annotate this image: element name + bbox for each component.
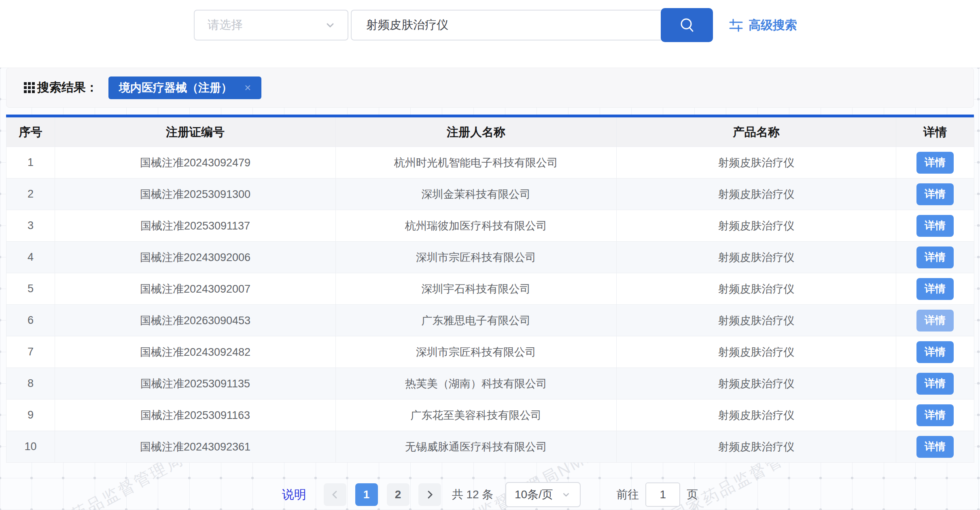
- registrant-name-cell: 深圳宇石科技有限公司: [336, 273, 617, 305]
- chevron-left-icon: [329, 489, 341, 501]
- column-header-registrant: 注册人名称: [336, 118, 617, 147]
- detail-button[interactable]: 详情: [916, 310, 954, 332]
- total-count: 共 12 条: [452, 487, 494, 502]
- advanced-search-label: 高级搜索: [749, 17, 797, 34]
- detail-button[interactable]: 详情: [916, 373, 954, 395]
- search-button[interactable]: [661, 8, 713, 42]
- page-button-2[interactable]: 2: [387, 483, 409, 506]
- page-size-select[interactable]: 10条/页: [505, 482, 581, 507]
- search-input[interactable]: [351, 10, 661, 40]
- detail-button[interactable]: 详情: [916, 246, 954, 268]
- detail-button[interactable]: 详情: [916, 152, 954, 174]
- table-row: 9国械注准20253091163广东花至美容科技有限公司射频皮肤治疗仪详情: [6, 400, 974, 431]
- detail-cell: 详情: [896, 273, 974, 305]
- product-name-cell: 射频皮肤治疗仪: [617, 305, 896, 336]
- row-index-cell: 2: [6, 178, 55, 210]
- results-bar: 搜索结果： 境内医疗器械（注册） ×: [6, 68, 974, 108]
- prev-page-button[interactable]: [324, 483, 346, 506]
- registration-number-cell: 国械注准20253091300: [55, 178, 336, 210]
- page-size-value: 10条/页: [515, 487, 553, 502]
- registrant-name-cell: 深圳市宗匠科技有限公司: [336, 242, 617, 273]
- select-placeholder: 请选择: [208, 17, 323, 33]
- row-index-cell: 9: [6, 400, 55, 431]
- advanced-search-link[interactable]: 高级搜索: [728, 8, 797, 42]
- detail-button[interactable]: 详情: [916, 436, 954, 458]
- detail-button[interactable]: 详情: [916, 341, 954, 363]
- table-row: 5国械注准20243092007深圳宇石科技有限公司射频皮肤治疗仪详情: [6, 273, 974, 305]
- registration-number-cell: 国械注准20253091135: [55, 368, 336, 400]
- table-row: 7国械注准20243092482深圳市宗匠科技有限公司射频皮肤治疗仪详情: [6, 336, 974, 368]
- detail-cell: 详情: [896, 336, 974, 368]
- detail-cell: 详情: [896, 178, 974, 210]
- page-button-1[interactable]: 1: [355, 483, 378, 506]
- chevron-down-icon: [323, 18, 337, 32]
- product-name-cell: 射频皮肤治疗仪: [617, 431, 896, 463]
- grid-icon: [24, 82, 35, 93]
- detail-button[interactable]: 详情: [916, 183, 954, 205]
- category-select[interactable]: 请选择: [194, 10, 348, 40]
- results-label: 搜索结果：: [37, 79, 98, 96]
- registration-number-cell: 国械注准20253091163: [55, 400, 336, 431]
- filter-tag[interactable]: 境内医疗器械（注册） ×: [108, 76, 261, 99]
- registrant-name-cell: 杭州瑞彼加医疗科技有限公司: [336, 210, 617, 242]
- goto-page-group: 前往 页: [616, 482, 698, 507]
- column-header-regno: 注册证编号: [55, 118, 336, 147]
- row-index-cell: 1: [6, 147, 55, 178]
- table-row: 1国械注准20243092479杭州时光机智能电子科技有限公司射频皮肤治疗仪详情: [6, 147, 974, 178]
- table-row: 3国械注准20253091137杭州瑞彼加医疗科技有限公司射频皮肤治疗仪详情: [6, 210, 974, 242]
- registrant-name-cell: 深圳市宗匠科技有限公司: [336, 336, 617, 368]
- registration-number-cell: 国械注准20243092482: [55, 336, 336, 368]
- note-link[interactable]: 说明: [282, 487, 306, 503]
- detail-cell: 详情: [896, 431, 974, 463]
- registrant-name-cell: 无锡威脉通医疗科技有限公司: [336, 431, 617, 463]
- detail-cell: 详情: [896, 400, 974, 431]
- registration-number-cell: 国械注准20243092361: [55, 431, 336, 463]
- registration-number-cell: 国械注准20243092007: [55, 273, 336, 305]
- sliders-icon: [728, 17, 744, 33]
- product-name-cell: 射频皮肤治疗仪: [617, 242, 896, 273]
- table-body: 1国械注准20243092479杭州时光机智能电子科技有限公司射频皮肤治疗仪详情…: [6, 147, 974, 463]
- goto-suffix: 页: [687, 487, 698, 502]
- registrant-name-cell: 杭州时光机智能电子科技有限公司: [336, 147, 617, 178]
- close-icon[interactable]: ×: [244, 81, 251, 94]
- detail-cell: 详情: [896, 147, 974, 178]
- detail-cell: 详情: [896, 210, 974, 242]
- table-header-row: 序号 注册证编号 注册人名称 产品名称 详情: [6, 118, 974, 147]
- detail-button[interactable]: 详情: [916, 404, 954, 426]
- row-index-cell: 4: [6, 242, 55, 273]
- registration-number-cell: 国械注准20243092006: [55, 242, 336, 273]
- chevron-right-icon: [424, 489, 436, 501]
- detail-cell: 详情: [896, 368, 974, 400]
- search-toolbar: 请选择 高级搜索: [0, 0, 980, 68]
- row-index-cell: 3: [6, 210, 55, 242]
- column-header-product: 产品名称: [617, 118, 896, 147]
- detail-cell: 详情: [896, 242, 974, 273]
- registrant-name-cell: 深圳金茉科技有限公司: [336, 178, 617, 210]
- table-row: 8国械注准20253091135热芙美（湖南）科技有限公司射频皮肤治疗仪详情: [6, 368, 974, 400]
- product-name-cell: 射频皮肤治疗仪: [617, 178, 896, 210]
- table-row: 10国械注准20243092361无锡威脉通医疗科技有限公司射频皮肤治疗仪详情: [6, 431, 974, 463]
- row-index-cell: 5: [6, 273, 55, 305]
- product-name-cell: 射频皮肤治疗仪: [617, 400, 896, 431]
- table-row: 4国械注准20243092006深圳市宗匠科技有限公司射频皮肤治疗仪详情: [6, 242, 974, 273]
- chevron-down-icon: [560, 489, 572, 500]
- product-name-cell: 射频皮肤治疗仪: [617, 210, 896, 242]
- registration-number-cell: 国械注准20253091137: [55, 210, 336, 242]
- goto-page-input[interactable]: [645, 482, 680, 507]
- detail-button[interactable]: 详情: [916, 215, 954, 237]
- row-index-cell: 7: [6, 336, 55, 368]
- registrant-name-cell: 广东花至美容科技有限公司: [336, 400, 617, 431]
- search-icon: [678, 16, 696, 34]
- row-index-cell: 6: [6, 305, 55, 336]
- pagination-bar: 说明 1 2 共 12 条 10条/页 前往 页: [0, 482, 980, 508]
- results-table: 序号 注册证编号 注册人名称 产品名称 详情 1国械注准20243092479杭…: [6, 117, 974, 463]
- detail-cell: 详情: [896, 305, 974, 336]
- row-index-cell: 8: [6, 368, 55, 400]
- row-index-cell: 10: [6, 431, 55, 463]
- column-header-detail: 详情: [896, 118, 974, 147]
- detail-button[interactable]: 详情: [916, 278, 954, 300]
- product-name-cell: 射频皮肤治疗仪: [617, 273, 896, 305]
- next-page-button[interactable]: [418, 483, 441, 506]
- registrant-name-cell: 广东雅思电子有限公司: [336, 305, 617, 336]
- column-header-index: 序号: [6, 118, 55, 147]
